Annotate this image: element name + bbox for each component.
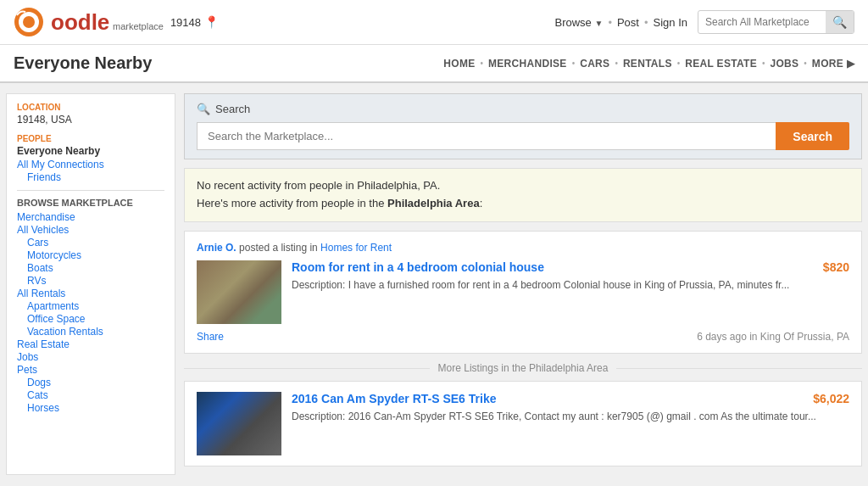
people-label: PEOPLE <box>17 134 164 143</box>
sidebar-pets[interactable]: Pets <box>17 364 164 376</box>
search-button[interactable]: Search <box>776 122 849 150</box>
header-search-input[interactable] <box>698 12 826 32</box>
subnav-dot-4: • <box>677 59 681 68</box>
page-title: Everyone Nearby <box>14 45 152 81</box>
all-connections-link[interactable]: All My Connections <box>17 159 164 170</box>
subnav-home[interactable]: HOME <box>443 58 475 70</box>
listing-title-row-2: 2016 Can Am Spyder RT-S SE6 Trike $6,022 <box>292 392 849 405</box>
sidebar-horses[interactable]: Horses <box>27 402 164 414</box>
sidebar-boats[interactable]: Boats <box>27 262 164 274</box>
header-left: oodle marketplace 19148 📍 <box>14 7 219 37</box>
subnav-dot-5: • <box>762 59 765 68</box>
location-value: 19148, USA <box>17 114 164 126</box>
search-icon: 🔍 <box>197 103 210 115</box>
search-input[interactable] <box>197 122 776 150</box>
listing-thumb-2 <box>197 392 281 455</box>
header-search-box: 🔍 <box>698 10 854 34</box>
poster-name-1[interactable]: Arnie O. <box>197 242 236 254</box>
activity-area-bold: Philadelphia Area <box>387 197 480 209</box>
subnav-merchandise[interactable]: MERCHANDISE <box>488 58 567 70</box>
sidebar-divider <box>17 190 164 191</box>
header: oodle marketplace 19148 📍 Browse ▼ • Pos… <box>0 0 868 45</box>
sidebar-rvs[interactable]: RVs <box>27 275 164 287</box>
logo-sub: marketplace <box>113 21 164 31</box>
browse-dropdown-icon: ▼ <box>594 19 603 28</box>
sidebar-cars[interactable]: Cars <box>27 237 164 249</box>
activity-line2-suffix: : <box>480 197 483 209</box>
search-label-text: Search <box>215 103 250 115</box>
logo-text: oodle <box>51 9 109 35</box>
subnav-dot-1: • <box>481 59 484 68</box>
listing-title-2[interactable]: 2016 Can Am Spyder RT-S SE6 Trike <box>292 392 496 405</box>
sidebar-cats[interactable]: Cats <box>27 389 164 401</box>
sidebar-motorcycles[interactable]: Motorcycles <box>27 249 164 261</box>
posted-text-1: posted a listing in <box>239 242 320 254</box>
share-link-1[interactable]: Share <box>197 331 224 343</box>
listing-price-2: $6,022 <box>813 392 849 405</box>
logo-image <box>14 7 44 37</box>
listing-time-1: 6 days ago in King Of Prussia, PA <box>697 331 849 343</box>
listing-details-2: 2016 Can Am Spyder RT-S SE6 Trike $6,022… <box>292 392 849 455</box>
listing-body-2: 2016 Can Am Spyder RT-S SE6 Trike $6,022… <box>197 392 849 455</box>
sidebar-office-space[interactable]: Office Space <box>27 313 164 325</box>
sidebar-real-estate[interactable]: Real Estate <box>17 338 164 350</box>
content-area: 🔍 Search Search No recent activity from … <box>184 93 862 475</box>
sidebar-vacation-rentals[interactable]: Vacation Rentals <box>27 326 164 338</box>
browse-link[interactable]: Browse ▼ <box>554 16 603 29</box>
header-search-button[interactable]: 🔍 <box>826 11 854 33</box>
listing-card-2: 2016 Can Am Spyder RT-S SE6 Trike $6,022… <box>184 381 862 466</box>
zip-code: 19148 <box>170 16 201 29</box>
friends-link[interactable]: Friends <box>27 171 164 183</box>
activity-line1: No recent activity from people in Philad… <box>197 177 849 195</box>
browse-label: BROWSE MARKETPLACE <box>17 198 164 208</box>
sidebar-merchandise[interactable]: Merchandise <box>17 211 164 223</box>
activity-notice: No recent activity from people in Philad… <box>184 168 862 222</box>
nav-dot-1: • <box>608 16 612 29</box>
subnav-rentals[interactable]: RENTALS <box>623 58 672 70</box>
sidebar: LOCATION 19148, USA PEOPLE Everyone Near… <box>6 93 175 475</box>
nav-dot-2: • <box>644 16 648 29</box>
listing-footer-1: Share 6 days ago in King Of Prussia, PA <box>197 331 849 343</box>
more-listings-divider: More Listings in the Philadelphia Area <box>184 362 862 374</box>
subnav-cars[interactable]: CARS <box>580 58 609 70</box>
subnav-real-estate[interactable]: REAL ESTATE <box>685 58 757 70</box>
sidebar-jobs[interactable]: Jobs <box>17 351 164 363</box>
bike-thumbnail <box>197 392 281 455</box>
search-label: 🔍 Search <box>197 103 849 115</box>
listing-details-1: Room for rent in a 4 bedroom colonial ho… <box>292 260 849 324</box>
listing-card-1: Arnie O. posted a listing in Homes for R… <box>184 231 862 354</box>
listing-price-1: $820 <box>823 260 849 274</box>
subnav-jobs[interactable]: JOBS <box>770 58 798 70</box>
activity-line2-prefix: Here's more activity from people in the <box>197 197 387 209</box>
sidebar-apartments[interactable]: Apartments <box>27 300 164 312</box>
subnav-links: HOME • MERCHANDISE • CARS • RENTALS • RE… <box>443 58 854 70</box>
search-panel: 🔍 Search Search <box>184 93 862 159</box>
header-nav: Browse ▼ • Post • Sign In <box>554 16 687 29</box>
listing-thumb-1 <box>197 260 281 324</box>
poster-line-1: Arnie O. posted a listing in Homes for R… <box>197 242 849 254</box>
sidebar-all-rentals[interactable]: All Rentals <box>17 288 164 299</box>
sign-in-link[interactable]: Sign In <box>654 16 687 29</box>
search-input-area: Search <box>197 122 849 150</box>
location-label: LOCATION <box>17 103 164 112</box>
listing-category-1[interactable]: Homes for Rent <box>320 242 392 254</box>
post-link[interactable]: Post <box>617 16 639 29</box>
subnav-dot-2: • <box>572 59 576 68</box>
subnav: Everyone Nearby HOME • MERCHANDISE • CAR… <box>0 45 868 83</box>
people-everyone: Everyone Nearby <box>17 145 164 157</box>
zip-area: 19148 📍 <box>170 15 219 29</box>
listing-desc-2: Description: 2016 Can-Am Spyder RT-S SE6… <box>292 409 849 424</box>
sidebar-dogs[interactable]: Dogs <box>27 377 164 388</box>
main-layout: LOCATION 19148, USA PEOPLE Everyone Near… <box>6 93 862 475</box>
listing-title-1[interactable]: Room for rent in a 4 bedroom colonial ho… <box>292 260 544 274</box>
svg-point-2 <box>23 16 35 28</box>
subnav-dot-6: • <box>804 59 807 68</box>
sidebar-all-vehicles[interactable]: All Vehicles <box>17 224 164 236</box>
header-right: Browse ▼ • Post • Sign In 🔍 <box>554 10 854 34</box>
listing-desc-1: Description: I have a furnished room for… <box>292 277 849 293</box>
subnav-more[interactable]: MORE ▶ <box>812 58 854 70</box>
room-thumbnail <box>197 260 281 324</box>
listing-body-1: Room for rent in a 4 bedroom colonial ho… <box>197 260 849 324</box>
logo-brand: oodle marketplace <box>51 9 164 36</box>
subnav-dot-3: • <box>615 59 618 68</box>
